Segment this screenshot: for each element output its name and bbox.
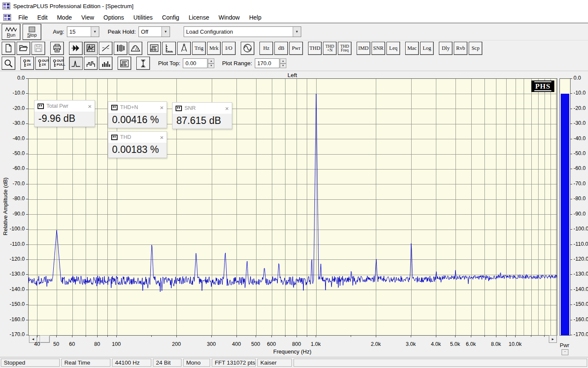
narrowband-view-button[interactable] (69, 57, 83, 70)
zoom-out-full-icon: OUT FULL (52, 58, 62, 69)
amplitude-scale-button[interactable] (136, 57, 150, 70)
y-tick-mark-left (26, 274, 28, 275)
new-file-button[interactable] (2, 42, 15, 55)
plot-top-input[interactable]: 0.00 (183, 58, 208, 68)
delay-button[interactable]: Dly (439, 42, 453, 55)
reverb-button[interactable]: Rvb (454, 42, 467, 55)
x-tick-label: 80 (94, 341, 100, 347)
menu-edit[interactable]: Edit (33, 13, 52, 22)
leq-button[interactable]: Leq (386, 42, 400, 55)
bar-graph-view-button[interactable] (99, 57, 112, 70)
measurement-box-total-pwr[interactable]: Total Pwr×-9.96 dB (34, 100, 95, 127)
power-bar-minimize-button[interactable]: - (562, 349, 568, 355)
scope-button[interactable]: Scp (469, 42, 482, 55)
io-button[interactable]: I/O (222, 42, 236, 55)
plot-range-input[interactable]: 170.0 (255, 58, 280, 68)
menu-mode[interactable]: Mode (52, 13, 77, 22)
menu-utilities[interactable]: Utilities (129, 13, 157, 22)
marker-button[interactable]: Mrk (207, 42, 221, 55)
plot-range-spin-down-icon[interactable]: ▼ (280, 63, 286, 69)
measurement-title-bar[interactable]: THD× (108, 132, 167, 143)
save-button[interactable] (32, 42, 45, 55)
trigger-button-label: Trig (194, 46, 203, 50)
display-options-button[interactable] (118, 57, 131, 70)
y-tick-label-right: -120.0 (574, 256, 588, 262)
x-tick-mark-minor (484, 335, 485, 337)
status-44100-hz: 44100 Hz (112, 359, 151, 367)
menu-license[interactable]: License (184, 13, 214, 22)
status-mono: Mono (183, 359, 210, 367)
plot-top-spin-up-icon[interactable]: ▲ (208, 58, 214, 63)
imd-button-label: IMD (358, 46, 369, 50)
y-tick-mark-left (26, 259, 28, 260)
spectrum-button[interactable] (84, 42, 98, 55)
close-icon[interactable]: × (88, 103, 92, 109)
close-icon[interactable]: × (160, 104, 164, 111)
app-icon (3, 3, 10, 9)
thd-n-button[interactable]: THD +N (323, 42, 337, 55)
x-tick-mark (256, 335, 256, 337)
zoom-out-2x-button[interactable]: OUT 2X (35, 57, 49, 70)
measurement-title-bar[interactable]: THD+N× (108, 102, 167, 113)
x-tick-mark-minor (351, 335, 351, 337)
phase-button[interactable] (99, 42, 112, 55)
close-icon[interactable]: × (225, 105, 229, 112)
menu-file[interactable]: File (14, 13, 33, 22)
zoom-in-2x-button[interactable]: IN 2X (20, 57, 34, 70)
measurement-name: Total Pwr (46, 103, 88, 109)
imd-button[interactable]: IMD (357, 42, 370, 55)
menu-options[interactable]: Options (99, 13, 129, 22)
plot-top-spin-down-icon[interactable]: ▼ (208, 63, 214, 69)
x-tick-label: 50 (53, 341, 59, 347)
octave-view-button[interactable] (84, 57, 98, 70)
measurement-box-thd-n[interactable]: THD+N×0.00416 % (108, 101, 167, 128)
run-button[interactable]: Run (2, 24, 20, 40)
measurement-title-bar[interactable]: Total Pwr× (35, 101, 95, 112)
trigger-button[interactable]: Trig (192, 42, 206, 55)
load-configuration-select[interactable]: Load Configuration ▼ (184, 26, 301, 37)
thd-freq-button[interactable]: THD Freq (338, 42, 352, 55)
load-configuration-dropdown-arrow-icon[interactable]: ▼ (293, 27, 301, 37)
menu-config[interactable]: Config (157, 13, 184, 22)
menu-view[interactable]: View (77, 13, 99, 22)
calipers-button[interactable] (177, 42, 191, 55)
y-tick-mark-left (26, 244, 28, 245)
plot-range-spinner[interactable]: ▲▼ (280, 58, 286, 68)
peak-hold-dropdown-arrow-icon[interactable]: ▼ (161, 27, 170, 37)
signal-generator-button[interactable] (241, 42, 254, 55)
measurement-box-thd[interactable]: THD×0.00183 % (108, 131, 167, 158)
spectrogram-button[interactable] (114, 42, 127, 55)
avg-dropdown-arrow-icon[interactable]: ▼ (91, 27, 99, 37)
peak-hold-select[interactable]: Off ▼ (138, 26, 170, 37)
menu-help[interactable]: Help (245, 13, 266, 22)
print-button[interactable] (50, 42, 64, 55)
menu-window[interactable]: Window (214, 13, 245, 22)
control-panels-button[interactable] (147, 42, 161, 55)
plot-top-spinner[interactable]: ▲▼ (208, 58, 214, 68)
zoom-out-full-button[interactable]: OUT FULL (50, 57, 64, 70)
x-tick-label: 400 (232, 341, 241, 347)
scroll-right-arrow-icon[interactable]: ► (549, 335, 557, 343)
open-file-button[interactable] (17, 42, 30, 55)
pwr-button[interactable]: Pwr (289, 42, 303, 55)
zoom-button[interactable] (2, 57, 15, 70)
control-panels-icon (149, 43, 159, 53)
close-icon[interactable]: × (160, 134, 164, 141)
stop-button[interactable]: Stop (23, 24, 41, 40)
x-tick-mark (455, 335, 455, 337)
measurement-title-bar[interactable]: SNR× (173, 103, 232, 114)
measurement-box-snr[interactable]: SNR×87.615 dB (172, 102, 232, 129)
macro-button[interactable]: Mac (405, 42, 419, 55)
db-button[interactable]: dB (274, 42, 288, 55)
x-tick-mark-minor (285, 335, 285, 337)
snr-button[interactable]: SNR (372, 42, 385, 55)
plot-range-spin-up-icon[interactable]: ▲ (280, 58, 286, 63)
scrollbar-thumb[interactable] (40, 335, 50, 343)
thd-button[interactable]: THD (308, 42, 322, 55)
scale-ruler-button[interactable] (162, 42, 176, 55)
log-button[interactable]: Log (420, 42, 434, 55)
avg-select[interactable]: 15 ▼ (67, 26, 99, 37)
hz-button[interactable]: Hz (259, 42, 273, 55)
time-series-button[interactable] (69, 42, 83, 55)
surface-button[interactable] (129, 42, 142, 55)
